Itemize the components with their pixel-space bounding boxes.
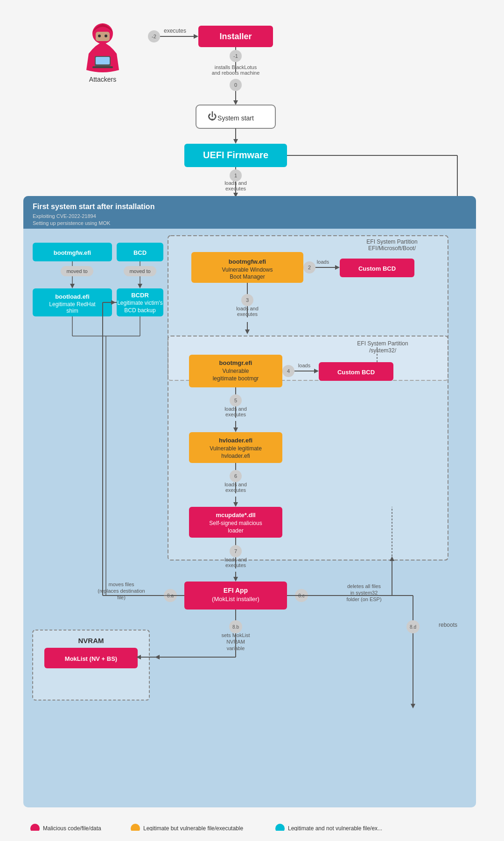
diagram-container: Attackers -2 executes Installer -1 insta… [0,0,504,840]
svg-rect-7 [92,66,113,68]
svg-text:legitimate bootmgr: legitimate bootmgr [213,375,259,382]
svg-text:loader: loader [228,527,243,534]
svg-text:3: 3 [246,297,249,303]
svg-text:bootmgr.efi: bootmgr.efi [219,359,252,366]
svg-text:Custom BCD: Custom BCD [337,369,375,376]
svg-text:Custom BCD: Custom BCD [358,265,396,272]
svg-text:Self-signed malicious: Self-signed malicious [209,520,262,526]
svg-text:-2: -2 [152,34,156,39]
legend-label-legitimate-vulnerable: Legitimate but vulnerable file/executabl… [143,825,243,831]
svg-text:mcupdate*.dll: mcupdate*.dll [216,512,255,519]
svg-text:in system32: in system32 [350,590,378,596]
svg-text:8.d: 8.d [410,624,416,630]
svg-text:5: 5 [234,398,237,403]
moklist-label: MokList (NV + BS) [65,655,117,662]
svg-text:EFI System Partition: EFI System Partition [366,238,417,245]
svg-text:/system32/: /system32/ [369,347,397,354]
svg-text:EFI App: EFI App [224,587,248,594]
svg-text:folder (on ESP): folder (on ESP) [346,596,381,602]
svg-text:8.b: 8.b [232,624,239,630]
svg-text:hvloader.efi: hvloader.efi [221,453,250,459]
svg-text:bootload.efi: bootload.efi [55,293,90,300]
svg-text:deletes all files: deletes all files [347,583,381,589]
svg-text:(MokList installer): (MokList installer) [212,596,259,603]
nvram-label: NVRAM [78,637,104,645]
svg-text:BCD backup: BCD backup [124,307,156,314]
svg-text:loads: loads [298,363,311,368]
legend-label-malicious: Malicious code/file/data [43,825,101,831]
uefi-label: UEFI Firmware [203,150,268,160]
svg-rect-2 [96,32,110,41]
svg-text:and reboots machine: and reboots machine [212,70,260,76]
first-system-start-title: First system start after installation [33,203,154,210]
svg-text:6: 6 [234,473,237,479]
svg-text:moved to: moved to [129,268,150,274]
svg-text:bootmgfw.efi: bootmgfw.efi [54,249,91,256]
svg-text:EFI/Microsoft/Boot/: EFI/Microsoft/Boot/ [368,245,416,252]
svg-text:0: 0 [234,82,237,88]
svg-point-3 [98,35,101,37]
system-start-label: System start [217,114,254,122]
svg-rect-6 [96,57,110,64]
svg-text:loads: loads [317,259,329,265]
setting-up-label: Setting up persistence using MOK [33,220,111,226]
svg-text:Vulnerable: Vulnerable [223,368,249,374]
legend-label-not-vulnerable: Legitimate and not vulnerable file/ex... [288,825,382,831]
installer-label: Installer [219,32,252,41]
power-icon: ⏻ [208,111,217,121]
svg-text:EFI System Partition: EFI System Partition [357,340,408,347]
svg-text:shim: shim [66,308,78,314]
svg-text:Vulnerable legitimate: Vulnerable legitimate [210,445,262,452]
svg-text:-1: -1 [233,53,238,59]
svg-text:7: 7 [234,548,237,554]
exploiting-label: Exploiting CVE-2022-21894 [33,213,96,219]
svg-text:Legitimate victim's: Legitimate victim's [117,300,163,306]
svg-text:moved to: moved to [66,268,87,274]
svg-text:moves files: moves files [108,582,134,587]
svg-text:Legitimate RedHat: Legitimate RedHat [49,301,96,308]
attackers-label: Attackers [89,76,116,83]
installs-label: installs BlackLotus [215,64,257,70]
svg-text:Vulnerable Windows: Vulnerable Windows [222,266,273,273]
svg-text:Boot Manager: Boot Manager [230,273,265,280]
svg-text:BCDR: BCDR [131,292,149,299]
svg-text:1: 1 [234,173,237,178]
svg-text:(replaces destination: (replaces destination [98,588,145,594]
svg-text:hvloader.efi: hvloader.efi [219,437,252,444]
svg-text:BCD: BCD [133,249,147,256]
executes-label: executes [164,28,186,34]
svg-point-4 [105,35,107,37]
svg-text:4: 4 [287,368,290,374]
svg-text:bootmgfw.efi: bootmgfw.efi [229,258,266,265]
svg-text:reboots: reboots [439,622,457,628]
svg-text:2: 2 [308,265,311,270]
